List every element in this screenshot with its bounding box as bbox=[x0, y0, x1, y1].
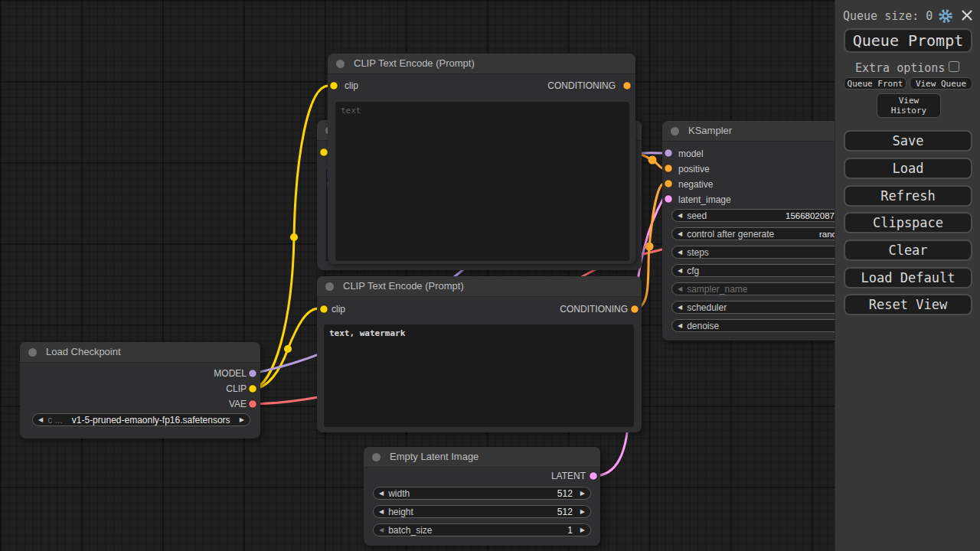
widget-label: denoise bbox=[687, 321, 719, 331]
widget-next-icon[interactable]: ▶ bbox=[240, 416, 244, 423]
view-history-line: History bbox=[891, 106, 926, 116]
widget-value: 15668020871 bbox=[786, 210, 839, 221]
node-title: Load Checkpoint bbox=[46, 346, 121, 357]
widget-prev-icon[interactable]: ◀ bbox=[678, 267, 682, 274]
widget-prev-icon[interactable]: ◀ bbox=[678, 249, 682, 256]
node-title-bar[interactable]: Empty Latent Image bbox=[364, 447, 600, 468]
widget-next-icon[interactable]: ▶ bbox=[580, 490, 585, 497]
batch-size-widget[interactable]: ◀ batch_size 1 ▶ bbox=[373, 523, 591, 536]
node-title: Empty Latent Image bbox=[390, 451, 479, 462]
load-default-button[interactable]: Load Default bbox=[844, 267, 972, 289]
comfyui-menu-panel: Queue size: 0 Queue Prompt Extra options… bbox=[835, 0, 980, 551]
widget-next-icon[interactable]: ▶ bbox=[580, 527, 585, 533]
widget-label: control after generate bbox=[687, 229, 774, 240]
view-history-line: View bbox=[899, 96, 920, 106]
collapse-dot[interactable] bbox=[325, 282, 334, 291]
save-button[interactable]: Save bbox=[844, 130, 972, 152]
reset-view-button[interactable]: Reset View bbox=[844, 294, 972, 315]
collapse-dot[interactable] bbox=[336, 60, 345, 68]
widget-prev-icon[interactable]: ◀ bbox=[678, 285, 682, 292]
node-empty-latent-image[interactable]: Empty Latent Image LATENT ◀ width 512 ▶ … bbox=[364, 447, 600, 546]
width-widget[interactable]: ◀ width 512 ▶ bbox=[373, 487, 591, 500]
queue-front-button[interactable]: Queue Front bbox=[844, 77, 906, 90]
output-label-latent: LATENT bbox=[551, 471, 586, 481]
output-label-conditioning: CONDITIONING bbox=[560, 304, 628, 315]
widget-prev-icon[interactable]: ◀ bbox=[678, 212, 682, 219]
widget-label: steps bbox=[687, 247, 709, 258]
gear-icon[interactable] bbox=[938, 8, 953, 24]
comfyui-app: beautiful scenery bottle CLIP Text Encod… bbox=[0, 0, 980, 551]
view-history-button[interactable]: View History bbox=[877, 93, 941, 118]
close-icon[interactable] bbox=[960, 8, 974, 22]
widget-label: width bbox=[388, 488, 410, 499]
widget-prev-icon[interactable]: ◀ bbox=[38, 416, 43, 423]
widget-label: seed bbox=[687, 210, 707, 221]
widget-label: sampler_name bbox=[687, 284, 747, 295]
height-widget[interactable]: ◀ height 512 ▶ bbox=[373, 505, 591, 518]
output-label-conditioning: CONDITIONING bbox=[547, 80, 616, 91]
widget-prev-icon[interactable]: ◀ bbox=[678, 304, 682, 311]
widget-value: v1-5-pruned-emaonly-fp16.safetensors bbox=[63, 415, 240, 425]
node-title: KSampler bbox=[688, 125, 732, 136]
widget-label: batch_size bbox=[388, 525, 432, 536]
clear-button[interactable]: Clear bbox=[844, 240, 972, 261]
input-label-positive: positive bbox=[678, 164, 710, 174]
input-label-model: model bbox=[678, 148, 704, 159]
node-title-bar[interactable]: CLIP Text Encode (Prompt) bbox=[317, 276, 642, 297]
input-label-clip: clip bbox=[332, 304, 345, 315]
queue-prompt-button[interactable]: Queue Prompt bbox=[844, 28, 972, 53]
widget-prev-icon[interactable]: ◀ bbox=[379, 490, 384, 497]
node-title: CLIP Text Encode (Prompt) bbox=[354, 57, 475, 69]
collapse-dot[interactable] bbox=[28, 348, 37, 357]
output-label-model: MODEL bbox=[214, 368, 247, 379]
widget-label: cfg bbox=[687, 266, 699, 276]
input-label-clip: clip bbox=[345, 80, 358, 91]
output-label-vae: VAE bbox=[229, 399, 247, 409]
refresh-button[interactable]: Refresh bbox=[844, 185, 972, 207]
widget-prev-icon[interactable]: ◀ bbox=[678, 322, 682, 329]
load-button[interactable]: Load bbox=[844, 158, 972, 179]
widget-label: height bbox=[388, 507, 413, 517]
node-title: CLIP Text Encode (Prompt) bbox=[343, 280, 464, 292]
node-title-bar[interactable]: Load Checkpoint bbox=[20, 342, 260, 363]
widget-label: scheduler bbox=[687, 302, 727, 313]
widget-value: 512 bbox=[557, 488, 573, 499]
widget-prev-icon[interactable]: ◀ bbox=[678, 230, 682, 237]
clipspace-button[interactable]: Clipspace bbox=[844, 212, 972, 233]
node-title-bar[interactable]: CLIP Text Encode (Prompt) bbox=[328, 54, 635, 74]
widget-value: 1 bbox=[567, 525, 573, 536]
input-label-latent-image: latent_image bbox=[678, 194, 731, 205]
widget-prev-icon[interactable]: ◀ bbox=[379, 527, 384, 533]
prompt-textarea[interactable]: text bbox=[335, 102, 629, 261]
widget-label: c ... bbox=[47, 415, 62, 425]
output-label-clip: CLIP bbox=[226, 383, 247, 394]
input-label-negative: negative bbox=[678, 179, 713, 190]
node-clip-text-encode-positive[interactable]: CLIP Text Encode (Prompt) clip CONDITION… bbox=[328, 54, 635, 264]
queue-size-label: Queue size: 0 bbox=[843, 9, 933, 23]
widget-value: 512 bbox=[557, 507, 573, 517]
node-clip-text-encode-negative[interactable]: CLIP Text Encode (Prompt) clip CONDITION… bbox=[317, 276, 642, 432]
ckpt-name-widget[interactable]: ◀ c ... v1-5-pruned-emaonly-fp16.safeten… bbox=[32, 413, 250, 426]
view-queue-button[interactable]: View Queue bbox=[910, 77, 972, 90]
prompt-textarea[interactable]: text, watermark bbox=[324, 324, 634, 427]
extra-options-checkbox[interactable] bbox=[949, 61, 959, 72]
node-load-checkpoint[interactable]: Load Checkpoint MODEL CLIP VAE ◀ c ... v… bbox=[20, 342, 260, 439]
widget-next-icon[interactable]: ▶ bbox=[580, 508, 585, 515]
collapse-dot[interactable] bbox=[372, 453, 381, 461]
extra-options-label: Extra options bbox=[855, 61, 945, 75]
collapse-dot[interactable] bbox=[671, 127, 679, 135]
widget-prev-icon[interactable]: ◀ bbox=[379, 508, 384, 515]
